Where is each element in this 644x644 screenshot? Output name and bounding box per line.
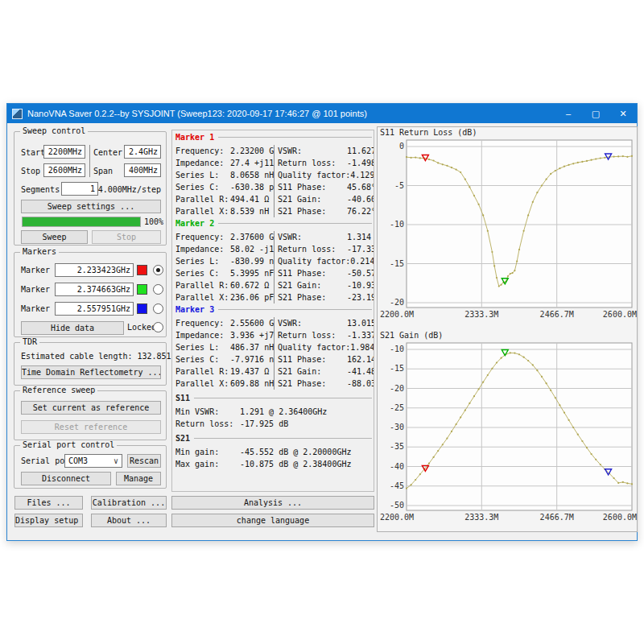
field-row: Impedance:58.02 -j12.4 Ω: [175, 243, 274, 255]
minimize-icon[interactable]: –: [555, 104, 582, 123]
field-label: Min VSWR:: [175, 406, 240, 418]
field-row: Return loss:-1.337 dB: [278, 329, 374, 341]
marker-data-group: Marker 1Frequency:2.23200 GHzImpedance:2…: [175, 132, 374, 217]
sweep-progress-bar: [22, 217, 141, 227]
about-button[interactable]: About ...: [91, 514, 167, 527]
field-row: VSWR:11.627: [278, 145, 374, 157]
change-language-button[interactable]: change language: [171, 514, 374, 527]
marker-color-swatch[interactable]: [137, 265, 147, 275]
y-tick-label: -10: [390, 220, 404, 229]
field-label: Series C:: [175, 267, 230, 279]
field-label: S21 Gain:: [278, 279, 347, 291]
span-input[interactable]: [124, 163, 161, 177]
start-input[interactable]: [43, 145, 85, 159]
group-title: Reference sweep: [20, 386, 97, 395]
cable-length-text: Estimated cable length: 132.851 m: [21, 352, 181, 361]
field-row: Quality factor:4.129: [278, 169, 374, 181]
marker-select-radio[interactable]: [153, 303, 163, 314]
chart-s21-gain[interactable]: -10-15-20-25-30-35-40-45-502200.0M2333.3…: [378, 330, 637, 531]
field-value: 11.627: [347, 145, 374, 157]
marker-frequency-input[interactable]: [55, 263, 134, 277]
marker-color-swatch[interactable]: [137, 303, 147, 314]
stats-group: S21Min gain:-45.552 dB @ 2.20000GHzMax g…: [175, 433, 374, 470]
hide-data-button[interactable]: Hide data: [21, 321, 124, 335]
field-value: 2.23200 GHz: [230, 145, 274, 157]
field-value: 2.37600 GHz: [230, 231, 274, 243]
field-label: Series L:: [175, 255, 230, 267]
center-label: Center: [93, 148, 122, 157]
marker-select-radio[interactable]: [153, 265, 163, 275]
field-label: Impedance:: [175, 243, 230, 255]
field-value: -830.99 nH: [230, 255, 274, 267]
stop-button[interactable]: Stop: [92, 230, 161, 244]
locked-radio[interactable]: [153, 322, 163, 332]
field-row: Quality factor:1.984: [278, 341, 374, 353]
disconnect-button[interactable]: Disconnect: [21, 472, 111, 485]
field-label: Parallel R:: [175, 279, 230, 291]
y-tick-label: -40: [390, 462, 404, 471]
set-reference-button[interactable]: Set current as reference: [21, 401, 161, 415]
marker-color-swatch[interactable]: [137, 284, 147, 295]
field-value: 0.214: [350, 255, 374, 267]
reset-reference-button[interactable]: Reset reference: [21, 420, 161, 434]
rescan-button[interactable]: Rescan: [127, 454, 161, 468]
field-label: S21 Phase:: [278, 205, 347, 217]
y-tick-label: -15: [390, 364, 404, 373]
analysis-button[interactable]: Analysis ...: [171, 496, 374, 510]
tdr-button[interactable]: Time Domain Reflectometry ...: [21, 365, 161, 379]
field-label: VSWR:: [278, 231, 347, 243]
field-row: Series L:8.0658 nH: [175, 169, 274, 181]
field-value: -630.38 pF: [230, 181, 274, 193]
field-value: 2.55600 GHz: [230, 317, 274, 329]
display-setup-button[interactable]: Display setup ...: [14, 514, 83, 527]
center-input[interactable]: [124, 145, 161, 159]
maximize-icon[interactable]: ▢: [582, 104, 609, 123]
locked-label: Locked: [127, 323, 156, 332]
field-row: Min gain:-45.552 dB @ 2.20000GHz: [175, 446, 374, 458]
field-label: Quality factor:: [278, 341, 350, 353]
sweep-settings-button[interactable]: Sweep settings ...: [21, 200, 161, 213]
marker-frequency-input[interactable]: [55, 302, 134, 316]
x-tick-label: 2600.0M: [603, 310, 637, 319]
marker-label: Marker 3: [21, 304, 60, 313]
field-row: S11 Phase:162.14°: [278, 353, 374, 365]
x-tick-label: 2333.3M: [464, 310, 498, 319]
y-tick-label: -5: [394, 181, 404, 190]
field-row: VSWR:1.314: [278, 231, 374, 243]
sweep-button[interactable]: Sweep: [21, 230, 88, 244]
field-label: Parallel X:: [175, 205, 230, 217]
segments-input[interactable]: [61, 182, 98, 196]
x-tick-label: 2466.7M: [540, 310, 574, 319]
field-row: Parallel R:19.437 Ω: [175, 365, 274, 378]
field-label: Frequency:: [175, 317, 230, 329]
marker-frequency-input[interactable]: [55, 283, 134, 296]
field-value: -1.498 dB: [347, 157, 374, 169]
calibration-button[interactable]: Calibration ...: [91, 496, 167, 510]
field-label: VSWR:: [278, 145, 347, 157]
close-icon[interactable]: ✕: [609, 104, 637, 123]
group-title: Serial port control: [20, 440, 117, 450]
window-title: NanoVNA Saver 0.2.2--by SYSJOINT (Sweep1…: [27, 109, 555, 118]
field-label: S21 Phase:: [278, 378, 347, 390]
stop-input[interactable]: [43, 163, 85, 177]
manage-button[interactable]: Manage: [116, 472, 161, 485]
field-value: 5.3995 nF: [230, 267, 274, 279]
app-window: NanoVNA Saver 0.2.2--by SYSJOINT (Sweep1…: [6, 103, 638, 541]
chart-title: S21 Gain (dB): [380, 331, 443, 340]
field-label: VSWR:: [278, 317, 347, 329]
title-bar: NanoVNA Saver 0.2.2--by SYSJOINT (Sweep1…: [7, 104, 637, 123]
stats-title: S11: [175, 393, 374, 403]
field-row: Max gain:-10.875 dB @ 2.38400GHz: [175, 458, 374, 470]
serial-port-value: COM3: [68, 456, 88, 465]
marker-data-panel: Marker 1Frequency:2.23200 GHzImpedance:2…: [171, 130, 374, 492]
files-button[interactable]: Files ...: [14, 496, 83, 510]
window-content: Sweep control Start Center Stop Span Seg…: [7, 123, 637, 540]
field-label: Impedance:: [175, 329, 230, 341]
serial-port-select[interactable]: COM3 ∨: [64, 454, 122, 468]
marker-select-radio[interactable]: [153, 284, 163, 295]
y-tick-label: -20: [390, 298, 404, 307]
x-tick-label: 2333.3M: [464, 513, 498, 522]
chart-s11-return-loss[interactable]: 0-5-10-15-202200.0M2333.3M2466.7M2600.0M…: [378, 127, 637, 328]
field-row: Series C:-630.38 pF: [175, 181, 274, 193]
field-label: Series L:: [175, 169, 230, 181]
